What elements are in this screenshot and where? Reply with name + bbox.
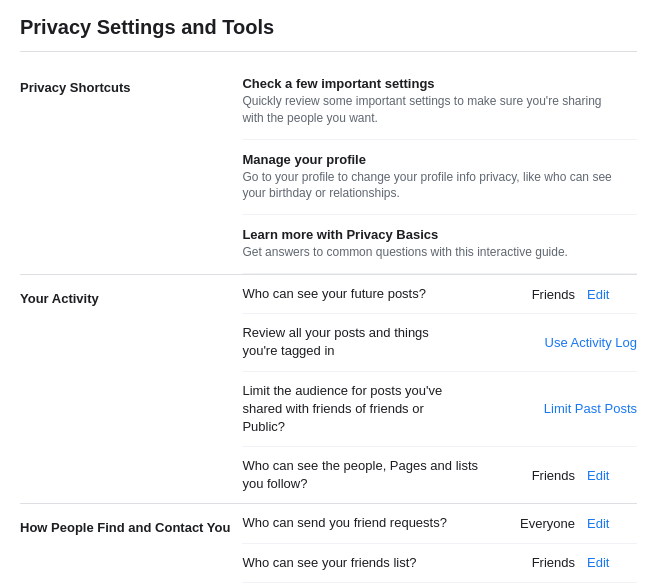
friends-list-item: Who can see your friends list? Friends E… (242, 544, 637, 583)
your-activity-label: Your Activity (20, 274, 242, 504)
privacy-basics-item: Learn more with Privacy Basics Get answe… (242, 215, 637, 274)
page-title: Privacy Settings and Tools (20, 16, 637, 52)
limit-past-posts-button[interactable]: Limit Past Posts (544, 401, 637, 416)
future-posts-edit[interactable]: Edit (587, 287, 637, 302)
how-people-find-content: Who can send you friend requests? Everyo… (242, 504, 637, 588)
privacy-basics-title: Learn more with Privacy Basics (242, 227, 625, 242)
friend-requests-text: Who can send you friend requests? (242, 514, 505, 532)
friend-requests-item: Who can send you friend requests? Everyo… (242, 504, 637, 543)
pages-follow-value: Friends (505, 468, 575, 483)
privacy-shortcuts-section: Privacy Shortcuts Check a few important … (20, 64, 637, 274)
email-lookup-item: Who can look you up using the email addr… (242, 583, 637, 588)
check-settings-item: Check a few important settings Quickly r… (242, 64, 637, 140)
future-posts-text: Who can see your future posts? (242, 285, 505, 303)
friends-list-edit[interactable]: Edit (587, 555, 637, 570)
limit-audience-text: Limit the audience for posts you've shar… (242, 382, 461, 437)
review-posts-item: Review all your posts and things you're … (242, 314, 637, 371)
pages-follow-edit[interactable]: Edit (587, 468, 637, 483)
friend-requests-value: Everyone (505, 516, 575, 531)
pages-follow-text: Who can see the people, Pages and lists … (242, 457, 505, 493)
review-posts-text: Review all your posts and things you're … (242, 324, 462, 360)
friends-list-value: Friends (505, 555, 575, 570)
how-people-find-label: How People Find and Contact You (20, 504, 242, 588)
use-activity-log-button[interactable]: Use Activity Log (545, 335, 638, 350)
privacy-shortcuts-label: Privacy Shortcuts (20, 64, 242, 274)
future-posts-item: Who can see your future posts? Friends E… (242, 275, 637, 314)
manage-profile-description: Manage your profile Go to your profile t… (242, 152, 637, 203)
page-container: Privacy Settings and Tools Privacy Short… (0, 0, 657, 588)
privacy-basics-description: Learn more with Privacy Basics Get answe… (242, 227, 637, 261)
privacy-basics-subtitle: Get answers to common questions with thi… (242, 244, 625, 261)
pages-follow-item: Who can see the people, Pages and lists … (242, 447, 637, 503)
future-posts-value: Friends (505, 287, 575, 302)
manage-profile-item: Manage your profile Go to your profile t… (242, 140, 637, 216)
check-settings-title: Check a few important settings (242, 76, 625, 91)
your-activity-section: Your Activity Who can see your future po… (20, 274, 637, 504)
manage-profile-title: Manage your profile (242, 152, 625, 167)
settings-table: Privacy Shortcuts Check a few important … (20, 64, 637, 588)
your-activity-content: Who can see your future posts? Friends E… (242, 274, 637, 504)
how-people-find-section: How People Find and Contact You Who can … (20, 504, 637, 588)
check-settings-description: Check a few important settings Quickly r… (242, 76, 637, 127)
privacy-shortcuts-content: Check a few important settings Quickly r… (242, 64, 637, 274)
friend-requests-edit[interactable]: Edit (587, 516, 637, 531)
check-settings-subtitle: Quickly review some important settings t… (242, 93, 625, 127)
friends-list-text: Who can see your friends list? (242, 554, 505, 572)
manage-profile-subtitle: Go to your profile to change your profil… (242, 169, 625, 203)
limit-audience-item: Limit the audience for posts you've shar… (242, 372, 637, 448)
